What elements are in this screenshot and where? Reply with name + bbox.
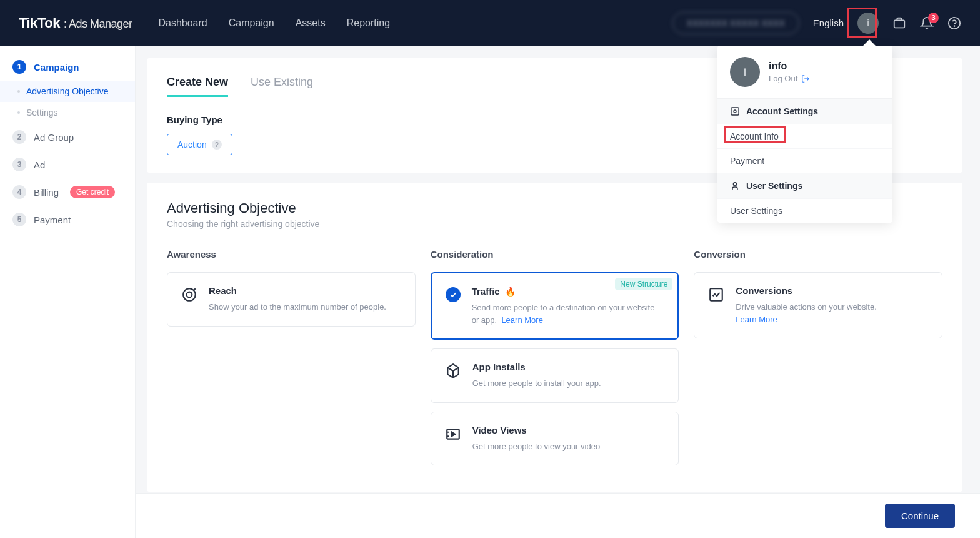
nav-assets[interactable]: Assets [296, 18, 326, 29]
top-bar: TikTok: Ads Manager Dashboard Campaign A… [0, 0, 980, 46]
dropdown-account-info[interactable]: Account Info [718, 124, 892, 148]
conversions-icon [708, 287, 724, 303]
objective-video-views[interactable]: Video Views Get more people to view your… [431, 412, 679, 466]
language-selector[interactable]: English [813, 18, 844, 28]
substep-objective[interactable]: Advertising Objective [0, 81, 135, 102]
sidebar: 1 Campaign Advertising Objective Setting… [0, 46, 136, 538]
app-installs-icon [445, 363, 461, 379]
objective-traffic[interactable]: New Structure Traffic 🔥 Send more people… [431, 272, 679, 340]
svg-rect-3 [731, 108, 739, 115]
step-billing[interactable]: 4 Billing Get credit [0, 178, 135, 206]
col-conversion: Conversion Conversions Drive valuable ac… [694, 249, 942, 474]
step-ad-group[interactable]: 2 Ad Group [0, 123, 135, 151]
flame-icon: 🔥 [505, 287, 516, 297]
notification-badge: 3 [928, 13, 939, 23]
col-awareness: Awareness Reach Show your ad to the maxi… [167, 249, 416, 474]
help-small-icon: ? [212, 140, 222, 150]
dropdown-payment[interactable]: Payment [718, 148, 892, 173]
objective-reach[interactable]: Reach Show your ad to the maximum number… [167, 272, 416, 327]
user-avatar[interactable]: i [858, 13, 879, 34]
nav-dashboard[interactable]: Dashboard [158, 18, 207, 29]
dropdown-username: info [769, 61, 810, 72]
brand-logo: TikTok: Ads Manager [19, 15, 132, 31]
footer-bar: Continue [136, 493, 980, 538]
svg-point-7 [187, 292, 192, 298]
step-ad[interactable]: 3 Ad [0, 151, 135, 178]
logout-icon [801, 74, 810, 83]
buying-type-auction[interactable]: Auction ? [167, 134, 232, 155]
svg-point-5 [733, 183, 736, 186]
svg-point-4 [734, 110, 736, 113]
tab-use-existing[interactable]: Use Existing [251, 76, 313, 97]
continue-button[interactable]: Continue [885, 504, 955, 528]
bell-icon[interactable]: 3 [920, 16, 934, 30]
svg-point-2 [954, 26, 955, 26]
svg-rect-0 [894, 20, 905, 28]
step-campaign[interactable]: 1 Campaign [0, 53, 135, 81]
user-icon [730, 181, 740, 191]
new-structure-tag: New Structure [615, 278, 672, 290]
dropdown-avatar-icon: i [730, 57, 760, 87]
col-consideration: Consideration New Structure Traffic 🔥 [431, 249, 679, 474]
card-objective: Advertising Objective Choosing the right… [147, 183, 962, 492]
objective-grid: Awareness Reach Show your ad to the maxi… [167, 249, 942, 474]
dropdown-section-user: User Settings [718, 173, 892, 198]
reach-icon [181, 287, 198, 303]
dropdown-header: i info Log Out [718, 46, 892, 98]
top-nav: Dashboard Campaign Assets Reporting [158, 18, 390, 29]
nav-reporting[interactable]: Reporting [347, 18, 390, 29]
dropdown-user-settings[interactable]: User Settings [718, 198, 892, 223]
settings-icon [730, 106, 740, 116]
objective-conversions[interactable]: Conversions Drive valuable actions on yo… [694, 272, 942, 338]
step-payment[interactable]: 5 Payment [0, 206, 135, 233]
dropdown-section-account: Account Settings [718, 98, 892, 124]
logout-link[interactable]: Log Out [769, 74, 810, 83]
check-icon [446, 287, 461, 302]
learn-more-conversions[interactable]: Learn More [736, 315, 777, 324]
tab-create-new[interactable]: Create New [167, 76, 228, 97]
account-selector[interactable]: XXXXXXX XXXXX XXXX [672, 12, 799, 34]
briefcase-icon[interactable] [892, 16, 906, 30]
nav-campaign[interactable]: Campaign [229, 18, 274, 29]
video-views-icon [445, 426, 461, 442]
credit-badge: Get credit [70, 186, 115, 198]
top-right: XXXXXXX XXXXX XXXX English i 3 [672, 12, 961, 34]
user-dropdown: i info Log Out Account Settings Account … [718, 46, 892, 223]
substep-settings[interactable]: Settings [0, 102, 135, 123]
help-icon[interactable] [948, 16, 961, 30]
objective-app-installs[interactable]: App Installs Get more people to install … [431, 348, 679, 403]
learn-more-traffic[interactable]: Learn More [501, 315, 542, 325]
